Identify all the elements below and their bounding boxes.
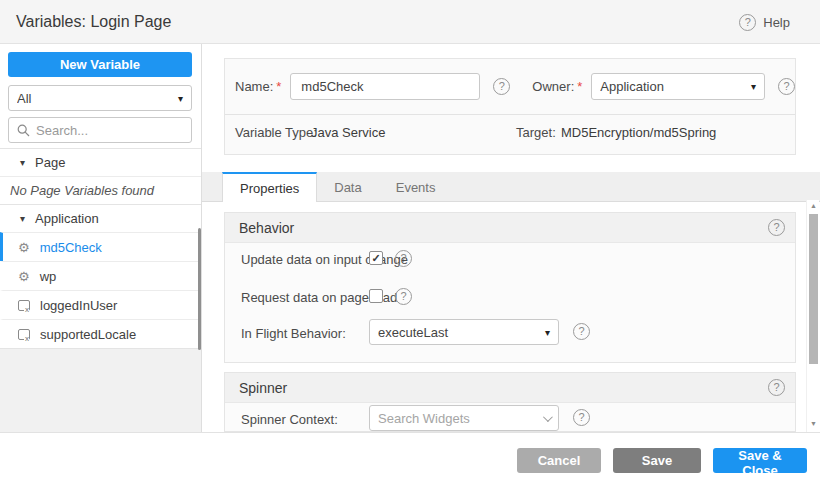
behavior-section-title: Behavior [239,220,294,236]
scroll-down-icon[interactable]: ▼ [807,418,820,430]
owner-label: Owner: [532,79,574,94]
scrollbar-thumb[interactable] [809,214,818,364]
caret-down-icon: ▾ [20,157,25,168]
no-page-variables-message: No Page Variables found [0,176,201,204]
vertical-scrollbar[interactable]: ▲ ▼ [806,200,819,432]
in-flight-behavior-value: executeLast [378,325,545,340]
variable-item-label: wp [40,269,57,284]
variable-info-panel: Name:* ? Owner:* Application ▾ ? Variabl… [224,58,796,155]
caret-down-icon: ▾ [545,327,550,338]
variable-filter-select[interactable]: All ▾ [8,85,192,111]
save-button[interactable]: Save [613,448,701,473]
spinner-section: Spinner ? Spinner Context: Search Widget… [224,372,796,432]
owner-select[interactable]: Application ▾ [591,73,765,100]
static-variable-icon: x [18,329,30,340]
in-flight-behavior-select[interactable]: executeLast ▾ [369,319,559,345]
required-marker: * [276,79,281,94]
tab-events[interactable]: Events [379,172,453,201]
variable-item-label: supportedLocale [40,327,136,342]
group-label: Page [35,155,65,170]
search-input[interactable] [36,123,183,138]
variable-item-label: loggedInUser [40,298,117,313]
name-input[interactable] [290,73,480,100]
search-icon [17,124,30,137]
name-help-icon[interactable]: ? [493,78,510,95]
service-variable-icon: ⚙ [18,270,30,283]
service-variable-icon: ⚙ [18,241,30,254]
caret-down-icon: ▾ [178,93,183,104]
owner-help-icon[interactable]: ? [778,78,795,95]
new-variable-button[interactable]: New Variable [8,52,192,77]
name-owner-row: Name:* ? Owner:* Application ▾ ? [225,72,795,100]
variable-type-value: Java Service [311,125,385,140]
dialog-footer: Cancel Save Save & Close [0,432,820,488]
variable-item-md5check[interactable]: ⚙ md5Check [0,232,201,261]
static-variable-icon: x [18,300,30,311]
behavior-section-header: Behavior ? [225,213,795,243]
chevron-down-icon [543,412,553,422]
variables-tree: ▾ Page No Page Variables found ▾ Applica… [0,148,201,432]
tree-group-page[interactable]: ▾ Page [0,148,201,176]
spinner-context-help-icon[interactable]: ? [573,409,590,426]
variable-item-wp[interactable]: ⚙ wp [0,261,201,290]
variable-detail-panel: Name:* ? Owner:* Application ▾ ? Variabl… [202,44,820,432]
in-flight-behavior-label: In Flight Behavior: [241,326,346,341]
spinner-section-title: Spinner [239,380,287,396]
tree-empty-area [0,348,201,432]
owner-select-value: Application [600,79,751,94]
variable-item-supportedlocale[interactable]: x supportedLocale [0,319,201,348]
spinner-context-label: Spinner Context: [241,412,338,427]
name-label: Name: [235,79,273,94]
divider [225,114,795,115]
request-data-on-page-load-checkbox[interactable] [369,289,383,303]
page-title: Variables: Login Page [16,0,171,44]
caret-down-icon: ▾ [20,213,25,224]
tree-group-application[interactable]: ▾ Application [0,204,201,232]
variables-dialog: Variables: Login Page ? Help New Variabl… [0,0,820,488]
sidebar-scrollbar-thumb[interactable] [198,228,201,350]
update-data-help-icon[interactable]: ? [395,250,412,267]
caret-down-icon: ▾ [751,81,756,92]
spinner-section-header: Spinner ? [225,373,795,403]
target-label: Target: [516,125,556,140]
tab-data[interactable]: Data [317,172,378,201]
help-button[interactable]: ? Help [739,0,790,44]
required-marker: * [577,79,582,94]
group-label: Application [35,211,99,226]
cancel-button[interactable]: Cancel [517,448,601,473]
target-value: MD5Encryption/md5Spring [561,125,716,140]
variables-sidebar: New Variable All ▾ ▾ Page No Page Variab… [0,44,202,432]
variable-item-label: md5Check [40,240,102,255]
tab-properties[interactable]: Properties [222,172,317,202]
help-label: Help [763,15,790,30]
behavior-help-icon[interactable]: ? [768,219,785,236]
variable-item-loggedinuser[interactable]: x loggedInUser [0,290,201,319]
variable-search[interactable] [8,117,192,143]
spinner-context-placeholder: Search Widgets [378,411,543,426]
help-icon: ? [739,14,756,31]
in-flight-behavior-help-icon[interactable]: ? [573,323,590,340]
dialog-header: Variables: Login Page ? Help [0,0,820,44]
type-target-row: Variable Type: Java Service Target: MD5E… [225,125,795,143]
variable-type-label: Variable Type: [235,125,317,140]
scroll-up-icon[interactable]: ▲ [807,200,820,212]
behavior-section: Behavior ? Update data on input change ✓… [224,212,796,363]
detail-tabbar: Properties Data Events [202,172,820,202]
spinner-help-icon[interactable]: ? [768,379,785,396]
request-data-help-icon[interactable]: ? [395,288,412,305]
save-and-close-button[interactable]: Save & Close [713,448,807,473]
filter-select-value: All [17,91,178,106]
update-data-on-input-change-checkbox[interactable]: ✓ [369,251,383,265]
spinner-context-select[interactable]: Search Widgets [369,405,559,431]
